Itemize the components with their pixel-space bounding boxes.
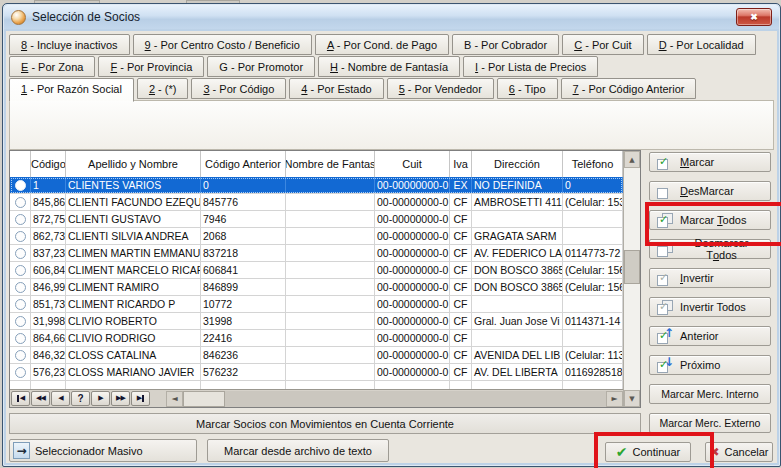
row-marker-radio[interactable] — [15, 316, 26, 327]
tab-8-incluye-inactivos[interactable]: 8 - Incluye inactivos — [9, 34, 130, 55]
row-marker-radio[interactable] — [15, 367, 26, 378]
table-row[interactable]: 862,737CLIENTI SILVIA ANDREA206800-00000… — [10, 228, 623, 245]
cell-cuit: 00-00000000-0 — [375, 228, 450, 244]
table-row[interactable]: 864,667CLIVIO RODRIGO2241600-00000000-0C… — [10, 330, 623, 347]
table-row[interactable] — [10, 381, 623, 389]
nav-prior-page-button[interactable]: ◀◀ — [31, 391, 50, 406]
row-marker-radio[interactable] — [15, 248, 26, 259]
table-row[interactable]: 576,232CLOSS MARIANO JAVIER57623200-0000… — [10, 364, 623, 381]
column-header-cuit[interactable]: Cuit — [375, 151, 450, 177]
row-marker-radio[interactable] — [15, 231, 26, 242]
table-row[interactable]: 1CLIENTES VARIOS000-00000000-0EXNO DEFIN… — [10, 177, 623, 194]
tab-6-tipo[interactable]: 6 - Tipo — [497, 78, 558, 99]
column-header-c-digo[interactable]: Código — [31, 151, 66, 177]
column-header-direcci-n[interactable]: Dirección — [472, 151, 563, 177]
table-row[interactable]: 845,862CLIENTI FACUNDO EZEQU84577600-000… — [10, 194, 623, 211]
tab-a-por-cond-de-pago[interactable]: A - Por Cond. de Pago — [315, 34, 449, 55]
cell-codigo: 606,841 — [31, 262, 66, 278]
row-marker-radio[interactable] — [15, 333, 26, 344]
marker-cell — [10, 211, 31, 227]
marcar-button[interactable]: Marcar — [649, 152, 771, 172]
desmarcar-button[interactable]: DesMarcar — [649, 181, 771, 201]
nav-next-page-button[interactable]: ▶▶ — [111, 391, 130, 406]
column-header-iva[interactable]: Iva — [450, 151, 472, 177]
nav-prior-button[interactable]: ◀ — [51, 391, 70, 406]
tab-2[interactable]: 2 - (*) — [137, 78, 189, 99]
horizontal-scrollbar[interactable]: ◄ ► — [166, 391, 623, 407]
grid-navigator: ◀◀◀◀?▶▶▶▶ ◄ ► — [10, 389, 623, 407]
column-header-apellido-y-nombre[interactable]: Apellido y Nombre — [66, 151, 201, 177]
table-row[interactable]: 606,841CLIMENT MARCELO RICAR60684100-000… — [10, 262, 623, 279]
scroll-up-icon[interactable]: ▲ — [624, 151, 640, 168]
table-row[interactable]: 872,753CLIENTI GUSTAVO794600-00000000-0C… — [10, 211, 623, 228]
tab-d-por-localidad[interactable]: D - Por Localidad — [647, 34, 756, 55]
scroll-down-icon[interactable]: ▼ — [624, 390, 640, 407]
vertical-scrollbar[interactable]: ▲ ▼ — [623, 151, 640, 407]
tab-e-por-zona[interactable]: E - Por Zona — [9, 56, 95, 77]
marcar-todos-button[interactable]: Marcar Todos — [649, 210, 771, 230]
vertical-scroll-track[interactable] — [624, 168, 640, 390]
tab-3-por-c-digo[interactable]: 3 - Por Código — [191, 78, 286, 99]
table-row[interactable]: 846,991CLIMENT RAMIRO84689900-00000000-0… — [10, 279, 623, 296]
nav-help-button[interactable]: ? — [71, 391, 90, 406]
tab-7-por-c-digo-anterior[interactable]: 7 - Por Código Anterior — [561, 78, 697, 99]
cell-cuit: 00-00000000-0 — [375, 211, 450, 227]
tab-1-por-raz-n-social[interactable]: 1 - Por Razón Social — [9, 78, 134, 102]
tab-i-por-lista-de-precios[interactable]: I - Por Lista de Precios — [463, 56, 598, 77]
column-header-tel-fono[interactable]: Teléfono — [563, 151, 623, 177]
tab-h-nombre-de-fantas-a[interactable]: H - Nombre de Fantasía — [318, 56, 460, 77]
pr-ximo-button[interactable]: ↓Próximo — [649, 355, 771, 375]
checkbox-empty-icon — [657, 184, 674, 199]
continuar-button[interactable]: ✔ Continuar — [605, 442, 691, 462]
seleccionador-masivo-button[interactable]: → Seleccionador Masivo — [9, 439, 197, 462]
vertical-scroll-thumb[interactable] — [624, 250, 640, 284]
horizontal-scroll-track[interactable] — [225, 391, 606, 407]
tab-4-por-estado[interactable]: 4 - Por Estado — [289, 78, 383, 99]
anterior-button[interactable]: ↑Anterior — [649, 326, 771, 346]
marcar-movimientos-cc-button[interactable]: Marcar Socios con Movimientos en Cuenta … — [9, 413, 641, 434]
column-header-marker[interactable] — [10, 151, 31, 177]
row-marker-radio[interactable] — [15, 282, 26, 293]
desmarcar-todos-button[interactable]: Desmarcar Todos — [649, 239, 771, 259]
marker-cell — [10, 330, 31, 346]
marcar-desde-archivo-button[interactable]: Marcar desde archivo de texto — [207, 439, 389, 462]
row-marker-radio[interactable] — [15, 350, 26, 361]
table-row[interactable]: 837,236CLIMEN MARTIN EMMANU83721800-0000… — [10, 245, 623, 262]
table-row[interactable]: 31,998CLIVIO ROBERTO3199800-00000000-0CF… — [10, 313, 623, 330]
cancelar-button[interactable]: ✖ Cancelar — [705, 442, 773, 462]
marcar-merc-externo-button[interactable]: Marcar Merc. Externo — [649, 413, 771, 433]
row-marker-radio[interactable] — [15, 299, 26, 310]
cell-cuit — [375, 381, 450, 389]
row-marker-radio[interactable] — [15, 265, 26, 276]
horizontal-scroll-thumb[interactable] — [183, 391, 225, 407]
cell-iva: CF — [450, 313, 472, 329]
table-row[interactable]: 846,326CLOSS CATALINA84623600-00000000-0… — [10, 347, 623, 364]
column-header-c-digo-anterior[interactable]: Código Anterior — [201, 151, 286, 177]
cell-iva: CF — [450, 347, 472, 363]
tab-b-por-cobrador[interactable]: B - Por Cobrador — [452, 34, 559, 55]
tab-f-por-provincia[interactable]: F - Por Provincia — [98, 56, 204, 77]
marcar-merc-interno-button[interactable]: Marcar Merc. Interno — [649, 384, 771, 404]
column-header-nombre-de-fantas[interactable]: Nombre de Fantas — [286, 151, 375, 177]
table-row[interactable]: 851,730CLIMENT RICARDO P1077200-00000000… — [10, 296, 623, 313]
tab-9-por-centro-costo-beneficio[interactable]: 9 - Por Centro Costo / Beneficio — [133, 34, 312, 55]
checkbox-gray-stack-icon — [657, 300, 674, 315]
row-marker-radio[interactable] — [15, 197, 26, 208]
invertir-todos-button[interactable]: Invertir Todos — [649, 297, 771, 317]
invertir-button[interactable]: Invertir — [649, 268, 771, 288]
scroll-left-icon[interactable]: ◄ — [166, 391, 183, 407]
row-marker-radio[interactable] — [15, 214, 26, 225]
tab-g-por-promotor[interactable]: G - Por Promotor — [207, 56, 315, 77]
nav-first-button[interactable]: ◀ — [11, 391, 30, 406]
scroll-right-icon[interactable]: ► — [606, 391, 623, 407]
tab-5-por-vendedor[interactable]: 5 - Por Vendedor — [387, 78, 494, 99]
tab-c-por-cuit[interactable]: C - Por Cuit — [562, 34, 643, 55]
cell-telefono: (Celular: 156 — [563, 279, 623, 295]
nav-last-button[interactable]: ▶ — [131, 391, 150, 406]
row-marker-radio[interactable] — [15, 180, 26, 191]
cell-cuit: 00-00000000-0 — [375, 279, 450, 295]
close-button[interactable]: ✖ — [736, 8, 772, 26]
title-bar[interactable]: Selección de Socios ✖ — [4, 5, 779, 29]
nav-next-button[interactable]: ▶ — [91, 391, 110, 406]
side-button-panel: MarcarDesMarcarMarcar TodosDesmarcar Tod… — [649, 152, 771, 433]
